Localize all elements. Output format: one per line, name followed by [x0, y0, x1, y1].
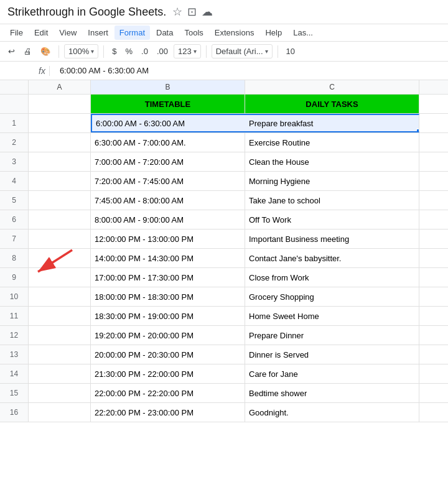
col-header-b[interactable]: B [91, 80, 245, 94]
menu-last[interactable]: Las... [288, 25, 318, 40]
cell-b-2[interactable]: 7:00:00 AM - 7:20:00 AM [91, 152, 245, 171]
menu-file[interactable]: File [5, 25, 28, 40]
cell-b-1[interactable]: 6:30:00 AM - 7:00:00 AM. [91, 133, 245, 152]
cell-a-4[interactable] [29, 191, 91, 210]
menu-help[interactable]: Help [260, 25, 287, 40]
font-label: Default (Ari... [216, 47, 263, 56]
cell-b-5[interactable]: 8:00:00 AM - 9:00:00 AM [91, 210, 245, 229]
row-number: 16 [0, 403, 29, 422]
undo-button[interactable]: ↩ [5, 45, 18, 58]
cell-c-2[interactable]: Clean the House [245, 152, 419, 171]
zoom-dropdown[interactable]: 100% ▾ [64, 44, 98, 58]
menu-extensions[interactable]: Extensions [210, 25, 259, 40]
cell-b-11[interactable]: 19:20:00 PM - 20:00:00 PM [91, 326, 245, 345]
cell-a-15[interactable] [29, 403, 91, 422]
cell-a-12[interactable] [29, 345, 91, 364]
row-number: 8 [0, 249, 29, 267]
spreadsheet: A B C TIMETABLE DAILY TASKS 16:00:00 AM … [0, 80, 448, 422]
number-format-arrow: ▾ [194, 48, 197, 55]
col-header-a[interactable]: A [29, 80, 91, 94]
row-number: 5 [0, 191, 29, 210]
cell-c-8[interactable]: Close from Work [245, 268, 419, 287]
cell-b-6[interactable]: 12:00:00 PM - 13:00:00 PM [91, 229, 245, 248]
column-headers: A B C [0, 80, 448, 95]
cell-c-10[interactable]: Home Sweet Home [245, 307, 419, 325]
percent-button[interactable]: % [122, 45, 136, 58]
cell-c-15[interactable]: Goodnight. [245, 403, 419, 422]
cell-c-9[interactable]: Grocery Shopping [245, 287, 419, 306]
cell-c-1[interactable]: Exercise Routine [245, 133, 419, 152]
cell-b-14[interactable]: 22:00:00 PM - 22:20:00 PM [91, 384, 245, 402]
table-row: 57:45:00 AM - 8:00:00 AMTake Jane to sch… [0, 191, 448, 210]
cell-c-12[interactable]: Dinner is Served [245, 345, 419, 364]
cell-b-12[interactable]: 20:00:00 PM - 20:30:00 PM [91, 345, 245, 364]
decimal00-button[interactable]: .00 [154, 45, 171, 58]
cell-c-6[interactable]: Important Business meeting [245, 229, 419, 248]
star-icon[interactable]: ☆ [172, 5, 182, 19]
table-row: 1421:30:00 PM - 22:00:00 PMCare for Jane [0, 364, 448, 384]
paint-format-button[interactable]: 🎨 [37, 45, 54, 58]
formula-bar: fx 6:00:00 AM - 6:30:00 AM [0, 62, 448, 80]
cell-c-3[interactable]: Morning Hygiene [245, 172, 419, 190]
font-dropdown[interactable]: Default (Ari... ▾ [212, 44, 273, 58]
cell-a-1[interactable] [29, 133, 91, 152]
cell-b-7[interactable]: 14:00:00 PM - 14:30:00 PM [91, 249, 245, 267]
print-button[interactable]: 🖨 [21, 45, 35, 58]
cell-a-header[interactable] [29, 95, 91, 113]
cell-a-10[interactable] [29, 307, 91, 325]
cell-b-10[interactable]: 18:30:00 PM - 19:00:00 PM [91, 307, 245, 325]
menu-view[interactable]: View [54, 25, 82, 40]
cell-a-7[interactable] [29, 249, 91, 267]
cell-b-3[interactable]: 7:20:00 AM - 7:45:00 AM [91, 172, 245, 190]
cell-a-13[interactable] [29, 364, 91, 383]
cell-b-header[interactable]: TIMETABLE [91, 95, 245, 113]
cell-a-6[interactable] [29, 229, 91, 248]
cell-a-3[interactable] [29, 172, 91, 190]
cell-b-8[interactable]: 17:00:00 PM - 17:30:00 PM [91, 268, 245, 287]
menu-insert[interactable]: Insert [83, 25, 113, 40]
number-format-dropdown[interactable]: 123 ▾ [174, 44, 201, 58]
cell-c-7[interactable]: Contact Jane's babysitter. [245, 249, 419, 267]
cell-a-9[interactable] [29, 287, 91, 306]
cell-b-9[interactable]: 18:00:00 PM - 18:30:00 PM [91, 287, 245, 306]
table-row: 47:20:00 AM - 7:45:00 AMMorning Hygiene [0, 172, 448, 191]
menu-data[interactable]: Data [151, 25, 178, 40]
cell-c-header[interactable]: DAILY TASKS [245, 95, 419, 113]
row-number: 11 [0, 307, 29, 325]
header-data-row: TIMETABLE DAILY TASKS [0, 95, 448, 114]
cell-c-13[interactable]: Care for Jane [245, 364, 419, 383]
folder-icon[interactable]: ⊡ [187, 5, 197, 19]
table-row: 68:00:00 AM - 9:00:00 AMOff To Work [0, 210, 448, 229]
title-bar: Strikethrough in Google Sheets. ☆ ⊡ ☁ [0, 0, 448, 24]
col-header-c[interactable]: C [245, 80, 419, 94]
font-size-display[interactable]: 10 [283, 45, 298, 58]
cell-c-0[interactable]: Prepare breakfast [245, 114, 419, 132]
menu-format[interactable]: Format [114, 25, 150, 40]
cell-a-2[interactable] [29, 152, 91, 171]
cell-b-13[interactable]: 21:30:00 PM - 22:00:00 PM [91, 364, 245, 383]
cell-b-0[interactable]: 6:00:00 AM - 6:30:00 AM [91, 114, 245, 132]
zoom-arrow: ▾ [91, 48, 94, 55]
cell-b-15[interactable]: 22:20:00 PM - 23:00:00 PM [91, 403, 245, 422]
menu-tools[interactable]: Tools [179, 25, 208, 40]
row-number: 1 [0, 114, 29, 132]
table-row: 26:30:00 AM - 7:00:00 AM.Exercise Routin… [0, 133, 448, 152]
cell-a-11[interactable] [29, 326, 91, 345]
row-number: 4 [0, 172, 29, 190]
cloud-icon[interactable]: ☁ [202, 5, 213, 19]
fx-icon: fx [35, 66, 50, 76]
table-row: 1219:20:00 PM - 20:00:00 PMPrepare Dinne… [0, 326, 448, 345]
cell-a-8[interactable] [29, 268, 91, 287]
row-number: 6 [0, 210, 29, 229]
cell-a-5[interactable] [29, 210, 91, 229]
currency-button[interactable]: $ [109, 45, 119, 58]
cell-c-11[interactable]: Prepare Dinner [245, 326, 419, 345]
cell-c-4[interactable]: Take Jane to school [245, 191, 419, 210]
cell-c-5[interactable]: Off To Work [245, 210, 419, 229]
cell-a-0[interactable] [29, 114, 91, 132]
cell-a-14[interactable] [29, 384, 91, 402]
cell-b-4[interactable]: 7:45:00 AM - 8:00:00 AM [91, 191, 245, 210]
decimal0-button[interactable]: .0 [138, 45, 151, 58]
menu-edit[interactable]: Edit [29, 25, 53, 40]
cell-c-14[interactable]: Bedtime shower [245, 384, 419, 402]
